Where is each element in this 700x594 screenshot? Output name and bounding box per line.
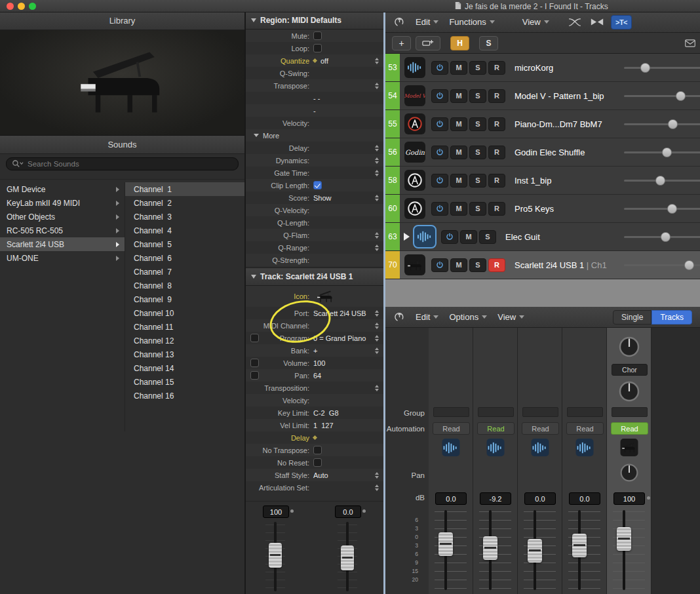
track-name[interactable]: microKorg: [515, 63, 553, 73]
solo-button[interactable]: S: [469, 89, 486, 103]
fader-handle[interactable]: [572, 534, 587, 557]
new-track-with-duplicate-button[interactable]: [416, 36, 440, 50]
channel-item-10[interactable]: Channel 10: [125, 306, 244, 320]
record-enable-button[interactable]: R: [488, 117, 505, 131]
power-on-button[interactable]: [441, 230, 458, 244]
modelv-icon[interactable]: Model V: [404, 85, 425, 106]
mixer-strip-5[interactable]: ChorRead100: [607, 328, 651, 594]
power-on-button[interactable]: [431, 146, 448, 159]
row-value[interactable]: - -: [313, 94, 320, 102]
track-list-options-icon[interactable]: [682, 36, 699, 50]
catch-playhead-button[interactable]: [391, 15, 408, 30]
mixer-strip-4[interactable]: Read0.0: [562, 328, 607, 594]
track-volume-slider[interactable]: [624, 232, 700, 241]
track-volume-slider[interactable]: [624, 204, 700, 213]
mute-checkbox[interactable]: [313, 31, 322, 40]
power-on-button[interactable]: [431, 258, 448, 272]
stepper-control[interactable]: [375, 58, 379, 64]
channel-fader[interactable]: [429, 507, 473, 593]
solo-button[interactable]: S: [479, 230, 496, 244]
record-enable-button[interactable]: R: [488, 202, 505, 216]
channel-fader[interactable]: [473, 507, 517, 593]
volume-db-value[interactable]: 100: [613, 492, 645, 505]
volume-db-value[interactable]: 0.0: [435, 492, 467, 505]
mute-button[interactable]: M: [450, 89, 467, 103]
stepper-control[interactable]: [375, 310, 379, 317]
record-enable-button[interactable]: R: [488, 258, 505, 272]
slider-knob[interactable]: [662, 148, 672, 157]
channel-volume-value[interactable]: 100: [263, 505, 289, 518]
stepper-control[interactable]: [375, 323, 379, 329]
catch-playhead-button[interactable]: [391, 310, 408, 325]
stepper-control[interactable]: [375, 145, 379, 151]
power-on-button[interactable]: [431, 202, 448, 216]
slider-knob[interactable]: [676, 91, 686, 101]
volume-db-value[interactable]: 0.0: [569, 492, 600, 505]
automation-mode-button[interactable]: Read: [566, 422, 604, 435]
solo-button[interactable]: S: [469, 258, 486, 272]
channel-item-5[interactable]: Channel 5: [125, 237, 244, 251]
automation-mode-button[interactable]: Read: [611, 422, 648, 435]
track-row-56[interactable]: 56GodinMSRGodin Elec Shuffle: [385, 138, 700, 167]
record-enable-button[interactable]: R: [488, 174, 505, 188]
group-slot[interactable]: [522, 407, 558, 417]
stepper-control[interactable]: [375, 485, 379, 491]
slider-knob[interactable]: [684, 260, 694, 270]
arturia-white-icon[interactable]: [404, 198, 425, 219]
tracks-view-button[interactable]: Tracks: [651, 310, 692, 325]
library-device-scarlett-2i4-usb[interactable]: Scarlett 2i4 USB: [0, 237, 125, 251]
stepper-control[interactable]: [375, 245, 379, 251]
track-row-58[interactable]: 58MSRInst 1_bip: [385, 167, 700, 195]
mute-button[interactable]: M: [450, 146, 467, 159]
track-row-55[interactable]: 55MSRPiano-Dm...Dm7 BbM7: [385, 110, 700, 138]
program-value[interactable]: 0 = Grand Piano: [313, 334, 366, 342]
solo-button[interactable]: S: [469, 61, 486, 75]
hide-tracks-button[interactable]: H: [450, 36, 469, 50]
tracks-empty-area[interactable]: [385, 279, 700, 307]
track-row-70[interactable]: 70MSRScarlett 2i4 USB 1 | Ch1: [385, 251, 700, 279]
channel-item-8[interactable]: Channel 8: [125, 279, 244, 292]
fader-handle[interactable]: [438, 532, 453, 556]
group-slot[interactable]: [612, 407, 648, 417]
staff-style-value[interactable]: Auto: [313, 471, 328, 479]
crossfade-tool-icon[interactable]: [566, 15, 583, 30]
waveform-icon[interactable]: [414, 226, 435, 247]
fader-handle[interactable]: [528, 539, 542, 563]
stepper-control[interactable]: [375, 385, 379, 391]
send-knob[interactable]: [618, 336, 640, 361]
mute-button[interactable]: M: [450, 258, 467, 272]
library-device-um-one[interactable]: UM-ONE: [0, 251, 125, 265]
waveform-icon[interactable]: [404, 57, 425, 78]
track-row-60[interactable]: 60MSRPro5 Keys: [385, 195, 700, 223]
program-enable-checkbox[interactable]: [250, 334, 259, 342]
solo-button[interactable]: S: [469, 117, 486, 131]
stepper-control[interactable]: [375, 157, 379, 164]
track-name[interactable]: Godin Elec Shuffle: [515, 148, 585, 157]
track-name[interactable]: Pro5 Keys: [515, 204, 554, 214]
pan-knob[interactable]: [619, 463, 639, 485]
record-enable-button[interactable]: R: [488, 61, 505, 75]
mute-button[interactable]: M: [450, 61, 467, 75]
channel-item-14[interactable]: Channel 14: [125, 361, 244, 375]
track-volume-slider[interactable]: [624, 63, 700, 72]
track-piano-icon[interactable]: [316, 290, 334, 303]
stepper-control[interactable]: [375, 472, 379, 479]
channel-item-9[interactable]: Channel 9: [125, 292, 244, 306]
more-label[interactable]: More: [263, 132, 279, 140]
automation-mode-button[interactable]: Read: [522, 422, 559, 435]
track-row-63[interactable]: 63MSElec Guit: [385, 223, 700, 251]
channel-fader[interactable]: [607, 507, 651, 593]
record-enable-button[interactable]: R: [488, 146, 505, 159]
piano-icon[interactable]: [404, 254, 425, 275]
key-limit-value[interactable]: C-2 G8: [313, 409, 339, 417]
channel-item-3[interactable]: Channel 3: [125, 210, 244, 224]
channel-item-12[interactable]: Channel 12: [125, 334, 244, 347]
search-input[interactable]: Search Sounds: [6, 157, 239, 170]
solo-button[interactable]: S: [469, 146, 486, 159]
play-icon[interactable]: [404, 233, 410, 241]
channel-item-6[interactable]: Channel 6: [125, 251, 244, 265]
channel-item-7[interactable]: Channel 7: [125, 265, 244, 279]
bank-value[interactable]: +: [313, 347, 317, 355]
library-device-other-objects[interactable]: Other Objects: [0, 210, 125, 224]
volume-fader-handle[interactable]: [269, 543, 282, 568]
